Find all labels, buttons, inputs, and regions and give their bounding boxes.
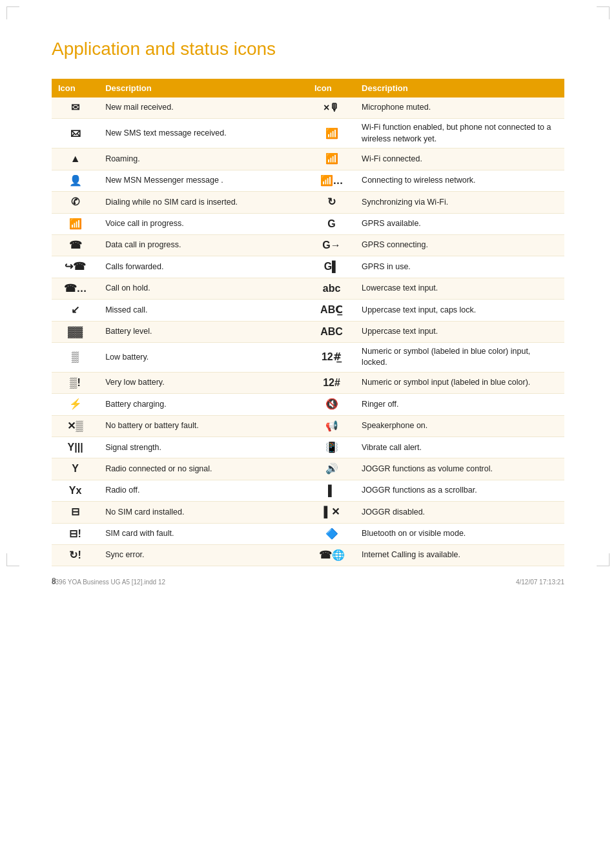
header-icon2: Icon: [308, 79, 355, 97]
desc-right: JOGGR functions as volume control.: [355, 458, 564, 480]
desc-left: New SMS text message received.: [99, 119, 308, 149]
table-row: ▲Roaming.📶Wi-Fi connected.: [52, 149, 564, 170]
header-icon1: Icon: [52, 79, 99, 97]
icon-left: ↪☎: [52, 256, 99, 278]
icon-left: ✆: [52, 192, 99, 213]
table-row: ↙Missed call.ABC̲Uppercase text input, c…: [52, 300, 564, 321]
table-row: 📶Voice call in progress.GGPRS available.: [52, 213, 564, 234]
table-row: ▒!Very low battery.12#Numeric or symbol …: [52, 372, 564, 393]
icon-right: G: [308, 213, 355, 234]
desc-left: Calls forwarded.: [99, 256, 308, 278]
desc-left: Voice call in progress.: [99, 213, 308, 234]
desc-right: Numeric or symbol (labeled in blue color…: [355, 342, 564, 372]
icon-left: ☎: [52, 234, 99, 256]
icon-left: ✉: [52, 97, 99, 119]
icons-table-wrapper: Icon Description Icon Description ✉New m…: [52, 79, 564, 566]
icon-left: ↙: [52, 300, 99, 321]
icon-right: 🔷: [308, 523, 355, 544]
icon-left: ☎…: [52, 278, 99, 299]
desc-left: No SIM card installed.: [99, 502, 308, 523]
footer-right: 4/12/07 17:13:21: [516, 579, 564, 586]
desc-right: Wi-Fi function enabled, but phone not co…: [355, 119, 564, 149]
desc-left: Missed call.: [99, 300, 308, 321]
desc-left: New mail received.: [99, 97, 308, 119]
table-row: ⊟!SIM card with fault.🔷Bluetooth on or v…: [52, 523, 564, 544]
icon-left: 📶: [52, 213, 99, 234]
icon-right: 📶…: [308, 170, 355, 191]
table-row: YxRadio off.▌JOGGR functions as a scroll…: [52, 480, 564, 501]
icon-left: ⊟!: [52, 523, 99, 544]
desc-right: GPRS available.: [355, 213, 564, 234]
desc-right: Uppercase text input.: [355, 321, 564, 342]
desc-left: Low battery.: [99, 342, 308, 372]
table-row: ▓▓Battery level.ABCUppercase text input.: [52, 321, 564, 342]
icon-left: ▓▓: [52, 321, 99, 342]
desc-right: Speakerphone on.: [355, 415, 564, 436]
table-row: ✆Dialing while no SIM card is inserted.↻…: [52, 192, 564, 213]
desc-left: Sync error.: [99, 545, 308, 566]
desc-left: No battery or battery fault.: [99, 415, 308, 436]
icon-right: G▌: [308, 256, 355, 278]
desc-left: Very low battery.: [99, 372, 308, 393]
desc-left: Battery charging.: [99, 394, 308, 415]
icon-left: ⊟: [52, 502, 99, 523]
desc-right: GPRS connecting.: [355, 234, 564, 256]
icon-right: ABC: [308, 321, 355, 342]
desc-right: Ringer off.: [355, 394, 564, 415]
desc-right: Microphone muted.: [355, 97, 564, 119]
icon-left: ⚡: [52, 394, 99, 415]
icon-left: ✕▒: [52, 415, 99, 436]
footer-left: 8396 YOA Business UG A5 [12].indd 12: [52, 579, 165, 586]
icon-left: Y|||: [52, 437, 99, 458]
desc-left: Signal strength.: [99, 437, 308, 458]
icon-left: Yx: [52, 480, 99, 501]
desc-right: Lowercase text input.: [355, 278, 564, 299]
table-row: ✕▒No battery or battery fault.📢Speakerph…: [52, 415, 564, 436]
icon-right: 🔊: [308, 458, 355, 480]
table-row: ☎Data call in progress.G→GPRS connecting…: [52, 234, 564, 256]
desc-right: JOGGR disabled.: [355, 502, 564, 523]
page-number: 8: [52, 577, 56, 586]
table-row: YRadio connected or no signal.🔊JOGGR fun…: [52, 458, 564, 480]
desc-left: Radio connected or no signal.: [99, 458, 308, 480]
table-header-row: Icon Description Icon Description: [52, 79, 564, 97]
icon-right: ABC̲: [308, 300, 355, 321]
header-desc1: Description: [99, 79, 308, 97]
icon-left: ↻!: [52, 545, 99, 566]
desc-right: Vibrate call alert.: [355, 437, 564, 458]
table-row: ✉New mail received.×🎙Microphone muted.: [52, 97, 564, 119]
icon-left: 🖂: [52, 119, 99, 149]
desc-left: Data call in progress.: [99, 234, 308, 256]
desc-right: Numeric or symbol input (labeled in blue…: [355, 372, 564, 393]
table-row: ↪☎Calls forwarded.G▌GPRS in use.: [52, 256, 564, 278]
icon-left: ▲: [52, 149, 99, 170]
icon-right: 🔇: [308, 394, 355, 415]
table-row: ⊟No SIM card installed.▌✕JOGGR disabled.: [52, 502, 564, 523]
table-row: ▒Low battery.12#̲Numeric or symbol (labe…: [52, 342, 564, 372]
icon-right: 📶: [308, 119, 355, 149]
icons-table: Icon Description Icon Description ✉New m…: [52, 79, 564, 566]
table-row: Y|||Signal strength.📳Vibrate call alert.: [52, 437, 564, 458]
desc-right: Bluetooth on or visible mode.: [355, 523, 564, 544]
desc-right: Internet Calling is available.: [355, 545, 564, 566]
desc-left: Radio off.: [99, 480, 308, 501]
icon-right: ↻: [308, 192, 355, 213]
desc-right: Wi-Fi connected.: [355, 149, 564, 170]
icon-left: ▒!: [52, 372, 99, 393]
desc-right: Synchronizing via Wi-Fi.: [355, 192, 564, 213]
header-desc2: Description: [355, 79, 564, 97]
table-row: ⚡Battery charging.🔇Ringer off.: [52, 394, 564, 415]
table-row: 🖂New SMS text message received.📶Wi-Fi fu…: [52, 119, 564, 149]
icon-right: ×🎙: [308, 97, 355, 119]
icon-right: G→: [308, 234, 355, 256]
icon-left: 👤: [52, 170, 99, 191]
icon-right: 12#̲: [308, 342, 355, 372]
icon-right: 📳: [308, 437, 355, 458]
icon-right: ☎🌐: [308, 545, 355, 566]
desc-left: Call on hold.: [99, 278, 308, 299]
icon-left: ▒: [52, 342, 99, 372]
desc-left: New MSN Messenger message .: [99, 170, 308, 191]
desc-right: Uppercase text input, caps lock.: [355, 300, 564, 321]
page-title: Application and status icons: [52, 39, 564, 59]
desc-right: Connecting to wireless network.: [355, 170, 564, 191]
